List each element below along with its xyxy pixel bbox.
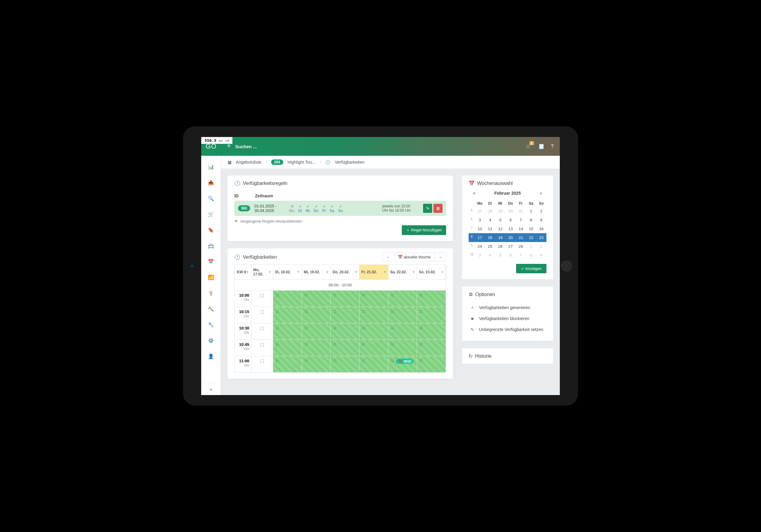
next-month-button[interactable]: » <box>537 189 545 197</box>
calendar-day[interactable]: 7 <box>516 216 526 224</box>
calendar-day[interactable]: 29 <box>495 207 505 216</box>
sidebar-search[interactable]: 🔍 <box>201 190 221 206</box>
calendar-day[interactable]: 20 <box>505 233 516 242</box>
calendar-day[interactable]: 10 <box>475 224 485 233</box>
slot-cell[interactable]: ☑ <box>273 323 302 340</box>
sidebar-stats[interactable]: 📶 <box>201 269 221 285</box>
slot-cell[interactable]: ☑ <box>417 356 446 372</box>
calendar-day[interactable]: 16 <box>536 224 547 233</box>
calendar-day[interactable]: 31 <box>516 207 526 216</box>
sidebar-dashboard[interactable]: 📊 <box>201 159 221 175</box>
add-rule-button[interactable]: ＋ Regel hinzufügen <box>402 225 446 235</box>
sidebar-inbox[interactable]: 📥 <box>201 175 221 190</box>
slot-cell[interactable]: ☑ <box>331 340 360 356</box>
calendar-day[interactable]: 11 <box>485 224 496 233</box>
calendar-day[interactable]: 8 <box>526 216 536 224</box>
row-checkbox[interactable] <box>261 343 264 347</box>
calendar-day[interactable]: 14 <box>516 224 526 233</box>
day-header-cell[interactable]: Mi, 19.02.▼ <box>302 265 331 279</box>
calendar-day[interactable]: 24 <box>475 242 485 251</box>
slot-cell[interactable]: ☑ <box>273 356 302 372</box>
slot-cell[interactable]: ☑ <box>388 307 417 323</box>
calendar-day[interactable]: 30 <box>505 207 516 216</box>
calendar-day[interactable]: 25 <box>485 242 496 251</box>
delete-rule-button[interactable]: 🗑 <box>434 204 442 213</box>
calendar-day[interactable]: 1 <box>526 242 536 251</box>
slot-cell[interactable]: ☑ <box>273 340 302 356</box>
current-week-button[interactable]: 📅 aktuelle Woche <box>394 253 435 261</box>
calendar-day[interactable]: 13 <box>505 224 516 233</box>
content-scroll[interactable]: 🕐 Verfügbarkeitsregeln ID Zeitraum <box>221 169 560 395</box>
next-week-button[interactable]: → <box>435 253 446 261</box>
calendar-day[interactable]: 22 <box>526 233 536 242</box>
row-checkbox[interactable] <box>261 294 264 297</box>
sidebar-shop[interactable]: 🛒 <box>201 206 221 222</box>
calendar-day[interactable]: 6 <box>505 216 516 224</box>
slot-cell[interactable]: ☑ <box>388 340 417 356</box>
calendar-day[interactable]: 28 <box>485 207 496 216</box>
sidebar-expand[interactable]: » <box>201 383 221 395</box>
day-header-cell[interactable]: So, 23.02.▼ <box>417 265 446 279</box>
slot-cell[interactable]: ☑ <box>331 290 360 307</box>
breadcrumb-item[interactable]: Highlight Tou... <box>287 160 316 165</box>
slot-cell[interactable]: ☑ <box>302 290 331 307</box>
week-number-cell[interactable]: KW 8 ▼ <box>235 265 251 279</box>
receipt-icon[interactable]: 🧾 <box>538 144 544 149</box>
calendar-day[interactable]: 8 <box>526 251 536 260</box>
calendar-day[interactable]: 2 <box>536 207 547 216</box>
calendar-week-row[interactable]: 817181920212223 <box>469 233 547 242</box>
calendar-day[interactable]: 5 <box>495 216 505 224</box>
calendar-day[interactable]: 4 <box>485 251 496 260</box>
calendar-day[interactable]: 9 <box>536 216 547 224</box>
calendar-day[interactable]: 1 <box>526 207 536 216</box>
sidebar-bookmark[interactable]: 🔖 <box>201 222 221 238</box>
row-checkbox[interactable] <box>261 359 264 363</box>
calendar-day[interactable]: 2 <box>536 242 547 251</box>
day-header-cell[interactable]: Fr, 21.02.▼ <box>360 265 388 279</box>
slot-cell[interactable]: ☑ <box>360 290 388 307</box>
calendar-day[interactable]: 15 <box>526 224 536 233</box>
calendar-day[interactable]: 6 <box>505 251 516 260</box>
slot-cell[interactable]: ☑ <box>273 290 302 307</box>
day-header-cell[interactable]: Mo, 17.02.▼ <box>251 265 273 279</box>
slot-cell[interactable]: ☑ <box>417 307 446 323</box>
prev-month-button[interactable]: « <box>470 189 478 197</box>
calendar-day[interactable]: 27 <box>505 242 516 251</box>
option-item[interactable]: +Verfügbarkeiten generieren <box>469 302 547 313</box>
slot-cell[interactable]: ☑ <box>302 323 331 340</box>
show-button[interactable]: ✓ Anzeigen <box>516 264 547 273</box>
slot-cell[interactable]: ☑ <box>360 323 388 340</box>
slot-cell[interactable]: ☑ <box>417 290 446 307</box>
day-header-cell[interactable]: Sa, 22.02.▼ <box>388 265 417 279</box>
slot-cell[interactable]: ☑ <box>388 290 417 307</box>
calendar-day[interactable]: 26 <box>495 242 505 251</box>
calendar-week-row[interactable]: 710111213141516 <box>469 224 547 233</box>
option-item[interactable]: ✎Unbegrenzte Verfügbarkeit setzen <box>469 324 547 335</box>
sidebar-calendar[interactable]: 📅 <box>201 253 221 269</box>
calendar-day[interactable]: 4 <box>485 216 496 224</box>
row-checkbox[interactable] <box>261 310 264 314</box>
slot-cell[interactable]: ☑ <box>302 307 331 323</box>
slot-cell[interactable]: ☑ <box>417 323 446 340</box>
sidebar-contacts[interactable]: 📇 <box>201 238 221 253</box>
slot-cell[interactable]: ☑ <box>360 356 388 372</box>
calendar-day[interactable]: 17 <box>475 233 485 242</box>
slot-cell[interactable]: ☑ <box>331 323 360 340</box>
sidebar-signpost[interactable]: 🪧 <box>201 285 221 301</box>
slot-cell[interactable]: ☑ <box>273 307 302 323</box>
day-header-cell[interactable]: Do, 20.02.▼ <box>331 265 360 279</box>
sidebar-settings[interactable]: ⚙️ <box>201 333 221 348</box>
calendar-day[interactable]: 18 <box>485 233 496 242</box>
slot-cell[interactable]: ☑ <box>360 307 388 323</box>
calendar-day[interactable]: 7 <box>516 251 526 260</box>
slot-cell[interactable]: ☑ <box>417 340 446 356</box>
help-icon[interactable]: ? <box>551 144 554 149</box>
tablet-home-button[interactable] <box>561 260 572 272</box>
slot-cell[interactable]: ☑ <box>302 356 331 372</box>
calendar-day[interactable]: 9 <box>536 251 547 260</box>
calendar-day[interactable]: 28 <box>516 242 526 251</box>
calendar-day[interactable]: 21 <box>516 233 526 242</box>
calendar-day[interactable]: 23 <box>536 233 547 242</box>
cart-button[interactable]: 🛒 1 <box>525 144 532 149</box>
option-item[interactable]: ■Verfügbarkeiten blockieren <box>469 313 547 324</box>
